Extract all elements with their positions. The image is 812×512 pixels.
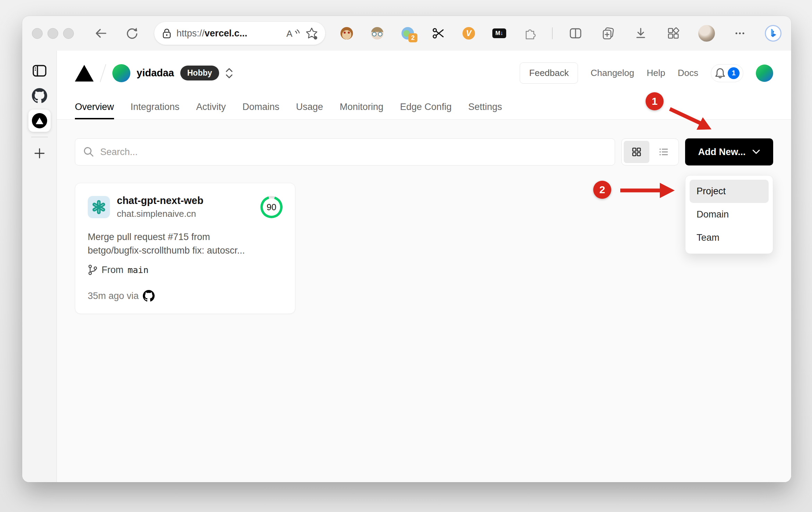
add-new-label: Add New... [698, 147, 745, 157]
changelog-link[interactable]: Changelog [590, 68, 634, 78]
add-new-dropdown: Project Domain Team [685, 175, 773, 254]
team-name[interactable]: yidadaa [137, 67, 174, 79]
tab-integrations[interactable]: Integrations [131, 102, 180, 119]
chevron-down-icon [752, 149, 760, 155]
account-avatar[interactable] [756, 65, 773, 82]
face-extension-icon[interactable] [371, 27, 383, 40]
vercel-header: yidadaa Hobby Feedback Changelog Help Do… [57, 51, 791, 120]
grid-view-button[interactable] [624, 141, 649, 163]
extensions-row: 2 V M↓ [340, 27, 536, 40]
favorite-star-icon[interactable] [305, 27, 318, 40]
address-bar[interactable]: https://vercel.c... A [154, 22, 325, 45]
openai-logo-icon [91, 199, 107, 215]
window-controls [32, 28, 74, 39]
browser-window: https://vercel.c... A [22, 16, 791, 482]
grid-view-icon [631, 146, 642, 158]
collections-icon[interactable] [601, 26, 616, 41]
team-switcher-icon[interactable] [225, 67, 234, 79]
team-avatar[interactable] [112, 64, 130, 82]
tab-edge-config[interactable]: Edge Config [400, 102, 452, 119]
translate-extension-icon[interactable]: 2 [401, 27, 414, 40]
rail-divider [31, 137, 48, 137]
new-tab-plus-icon[interactable] [28, 142, 51, 164]
search-icon [83, 146, 95, 158]
browser-toolbar: https://vercel.c... A [22, 16, 791, 51]
profile-avatar[interactable] [698, 25, 715, 42]
tab-overview[interactable]: Overview [75, 102, 114, 119]
commit-line-1: Merge pull request #715 from [88, 230, 275, 244]
dashboard-tabs: Overview Integrations Activity Domains U… [75, 102, 502, 119]
read-aloud-icon[interactable]: A [286, 27, 301, 40]
extension-badge: 2 [408, 33, 417, 42]
git-branch-icon [88, 264, 97, 275]
url-scheme: https:// [176, 28, 205, 39]
tab-domains[interactable]: Domains [242, 102, 279, 119]
feedback-button[interactable]: Feedback [520, 62, 578, 84]
zoom-window-button[interactable] [63, 28, 74, 39]
add-new-button[interactable]: Add New... [685, 138, 773, 165]
toolbar-divider [552, 27, 553, 39]
panel-toggle-icon[interactable] [28, 60, 51, 82]
tab-activity[interactable]: Activity [196, 102, 226, 119]
search-box[interactable] [75, 138, 615, 165]
url-text[interactable]: https://vercel.c... [176, 28, 282, 39]
list-view-button[interactable] [651, 141, 676, 163]
lighthouse-score: 90 [263, 198, 280, 216]
commit-line-2: betgo/bugfix-scrollthumb fix: autoscr... [88, 244, 275, 257]
view-toggle [621, 138, 679, 165]
menu-item-domain[interactable]: Domain [690, 203, 769, 226]
downloads-icon[interactable] [633, 26, 648, 41]
tab-settings[interactable]: Settings [468, 102, 502, 119]
menu-item-project[interactable]: Project [690, 180, 769, 203]
docs-link[interactable]: Docs [678, 68, 698, 78]
extensions-puzzle-icon[interactable] [524, 27, 536, 40]
notifications-button[interactable]: 1 [711, 64, 743, 82]
back-icon[interactable] [93, 26, 109, 41]
markdown-extension-icon[interactable]: M↓ [493, 27, 506, 40]
project-name[interactable]: chat-gpt-next-web [117, 195, 204, 206]
bing-chat-icon[interactable] [765, 25, 781, 42]
split-screen-icon[interactable] [568, 26, 583, 41]
lock-icon[interactable] [161, 27, 172, 39]
deployed-time: 35m ago via [88, 291, 139, 301]
project-domain[interactable]: chat.simplenaive.cn [117, 208, 204, 219]
svg-text:A: A [286, 28, 293, 39]
overview-content: Add New... [57, 120, 791, 482]
vercel-icon [32, 113, 47, 128]
tab-usage[interactable]: Usage [296, 102, 323, 119]
project-favicon [88, 196, 110, 218]
bell-icon [715, 67, 726, 79]
help-link[interactable]: Help [647, 68, 665, 78]
browser-side-rail [22, 51, 57, 482]
scissors-extension-icon[interactable] [432, 27, 444, 40]
branch-prefix: From [102, 265, 123, 275]
commit-message[interactable]: Merge pull request #715 from betgo/bugfi… [88, 230, 275, 257]
github-source-icon [143, 290, 155, 302]
v-extension-icon[interactable]: V [463, 27, 475, 40]
lighthouse-score-ring[interactable]: 90 [260, 196, 283, 218]
refresh-icon[interactable] [124, 26, 140, 41]
breadcrumb-slash [100, 64, 106, 82]
list-view-icon [658, 146, 670, 158]
tampermonkey-icon[interactable] [340, 27, 353, 40]
vercel-tab-active[interactable] [28, 110, 51, 132]
plan-badge: Hobby [180, 66, 219, 80]
menu-item-team[interactable]: Team [690, 226, 769, 249]
close-window-button[interactable] [32, 28, 43, 39]
notification-count: 1 [728, 67, 740, 79]
browser-actions-row [568, 25, 781, 42]
tab-monitoring[interactable]: Monitoring [340, 102, 383, 119]
search-input[interactable] [100, 147, 607, 157]
url-host: vercel.c... [205, 28, 247, 39]
vercel-logo[interactable] [75, 65, 94, 82]
minimize-window-button[interactable] [47, 28, 58, 39]
apps-icon[interactable] [666, 26, 681, 41]
branch-name[interactable]: main [128, 265, 148, 275]
github-icon[interactable] [28, 85, 51, 107]
vercel-page: yidadaa Hobby Feedback Changelog Help Do… [57, 51, 791, 482]
more-options-icon[interactable] [732, 26, 748, 41]
project-card[interactable]: chat-gpt-next-web chat.simplenaive.cn 90… [75, 183, 295, 314]
